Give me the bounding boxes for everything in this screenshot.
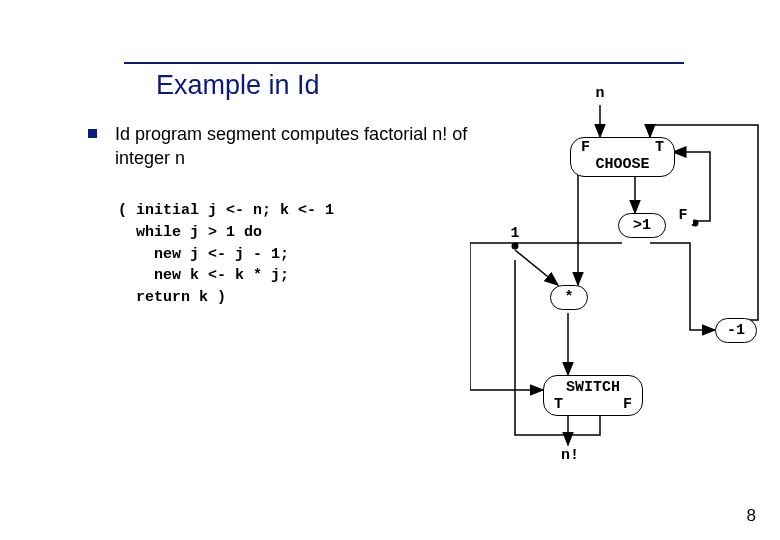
gt1-f: F — [673, 207, 693, 224]
bullet-item: Id program segment computes factorial n!… — [88, 122, 505, 171]
switch-f: F — [623, 396, 632, 413]
slide-title: Example in Id — [156, 70, 320, 101]
gt1-box: >1 — [618, 213, 666, 238]
choose-f: F — [581, 139, 590, 156]
minus1-box: -1 — [715, 318, 757, 343]
switch-t: T — [554, 396, 563, 413]
bullet-text: Id program segment computes factorial n!… — [115, 122, 505, 171]
node-n: n — [590, 85, 610, 102]
switch-box: SWITCH T F — [543, 375, 643, 416]
dataflow-diagram: n F T CHOOSE 1 >1 F * -1 SWITCH T F n! — [470, 85, 770, 505]
bullet-square-icon — [88, 129, 97, 138]
choose-box: F T CHOOSE — [570, 137, 675, 177]
switch-label: SWITCH — [544, 376, 642, 396]
gt1-label: >1 — [619, 214, 665, 237]
code-block: ( initial j <- n; k <- 1 while j > 1 do … — [118, 200, 334, 309]
mult-label: * — [551, 286, 587, 309]
node-nfact: n! — [555, 447, 585, 464]
slide-number: 8 — [747, 506, 756, 526]
mult-box: * — [550, 285, 588, 310]
slide: Example in Id Id program segment compute… — [0, 0, 780, 540]
const-one: 1 — [505, 225, 525, 242]
choose-label: CHOOSE — [571, 156, 674, 176]
title-underline — [124, 62, 684, 64]
choose-t: T — [655, 139, 664, 156]
svg-line-3 — [515, 250, 558, 285]
minus1-label: -1 — [716, 319, 756, 342]
